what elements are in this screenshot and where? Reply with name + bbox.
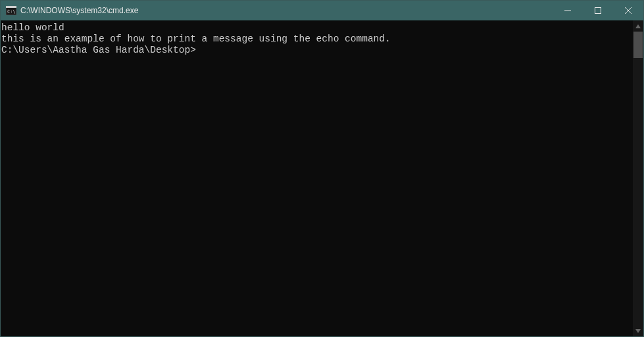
output-line: this is an example of how to print a mes… xyxy=(1,34,632,45)
svg-rect-1 xyxy=(6,6,16,8)
content-area: hello worldthis is an example of how to … xyxy=(1,20,643,336)
titlebar[interactable]: C:\ C:\WINDOWS\system32\cmd.exe xyxy=(1,1,643,20)
scroll-up-arrow[interactable] xyxy=(633,20,643,32)
svg-text:C:\: C:\ xyxy=(7,9,16,14)
prompt-line: C:\Users\Aastha Gas Harda\Desktop> xyxy=(1,45,632,56)
svg-marker-7 xyxy=(635,24,641,28)
terminal-output[interactable]: hello worldthis is an example of how to … xyxy=(1,20,633,336)
vertical-scrollbar[interactable] xyxy=(633,20,643,336)
close-button[interactable] xyxy=(613,1,643,20)
output-line: hello world xyxy=(1,22,632,34)
cmd-icon: C:\ xyxy=(6,6,16,15)
minimize-button[interactable] xyxy=(553,1,583,20)
maximize-button[interactable] xyxy=(583,1,613,20)
window-controls xyxy=(553,1,643,20)
scroll-thumb[interactable] xyxy=(633,32,643,58)
scroll-down-arrow[interactable] xyxy=(633,325,643,336)
cmd-window: C:\ C:\WINDOWS\system32\cmd.exe hello wo… xyxy=(0,0,644,337)
svg-marker-8 xyxy=(635,329,641,333)
window-title: C:\WINDOWS\system32\cmd.exe xyxy=(20,6,553,15)
svg-rect-4 xyxy=(595,8,601,14)
